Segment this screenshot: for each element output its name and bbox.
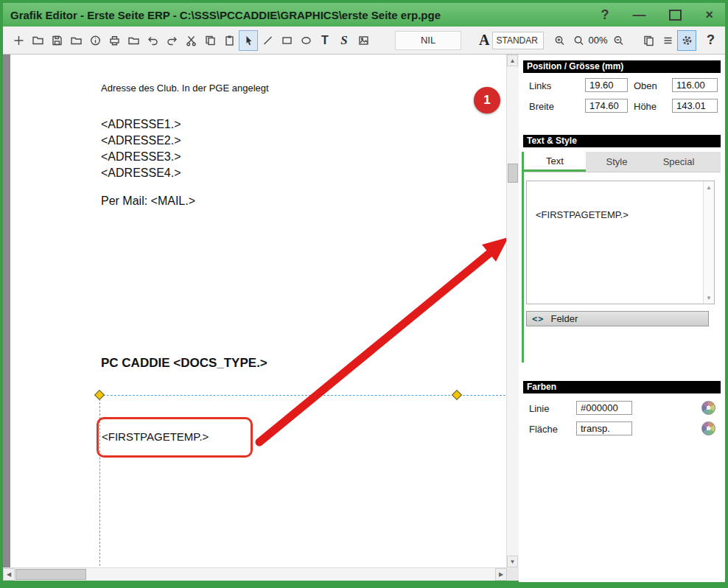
doc-address-line[interactable]: <ADRESSE4.> [101, 165, 181, 181]
tab-style[interactable]: Style [586, 152, 648, 172]
doc-address-line[interactable]: <ADRESSE2.> [101, 133, 181, 149]
save-icon[interactable] [47, 30, 66, 51]
help-icon[interactable]: ? [707, 32, 715, 48]
text-tool-icon[interactable]: T [315, 30, 335, 51]
doc-address-block[interactable]: <ADRESSE1.> <ADRESSE2.> <ADRESSE3.> <ADR… [101, 116, 181, 181]
doc-note-text[interactable]: Adresse des Club. In der PGE angelegt [101, 83, 269, 94]
toolbar: T S NIL A STANDAR 00% ? [3, 27, 725, 55]
field-textarea[interactable]: <FIRSTPAGETEMP.> ▲ ▼ [526, 181, 715, 304]
zoom-out-icon[interactable] [609, 30, 628, 51]
flaeche-label: Fläche [529, 424, 558, 435]
oben-label: Oben [634, 80, 657, 91]
canvas-vscrollbar[interactable]: ▲ ▼ [506, 55, 519, 567]
doc-address-line[interactable]: <ADRESSE1.> [101, 116, 181, 133]
select-tool-icon[interactable] [239, 30, 258, 51]
window-title: Grafik Editor - Erste Seite ERP - C:\SSS… [3, 9, 441, 21]
position-header: Position / Grösse (mm) [523, 60, 721, 73]
settings-gear-icon[interactable] [677, 30, 696, 51]
document-canvas[interactable]: Adresse des Club. In der PGE angelegt <A… [3, 55, 519, 567]
scroll-down-icon[interactable]: ▼ [507, 556, 518, 567]
linie-label: Linie [529, 403, 549, 414]
undo-icon[interactable] [143, 30, 162, 51]
links-label: Links [529, 80, 551, 91]
flaeche-color-picker-icon[interactable] [701, 421, 715, 435]
hoehe-label: Höhe [634, 101, 657, 112]
menu-icon[interactable] [658, 30, 677, 51]
breite-input[interactable]: 174.60 [585, 99, 628, 113]
folder-icon-2[interactable] [124, 30, 143, 51]
textarea-scrollbar[interactable]: ▲ ▼ [703, 181, 714, 304]
grafik-editor-window: Grafik Editor - Erste Seite ERP - C:\SSS… [0, 0, 728, 588]
window-controls: ? — × [601, 8, 725, 21]
redo-icon[interactable] [162, 30, 181, 51]
pages-icon[interactable] [639, 30, 658, 51]
image-tool-icon[interactable] [354, 30, 373, 51]
canvas-hscrollbar[interactable]: ◀ ▶ [3, 567, 519, 581]
copy-icon[interactable] [200, 30, 220, 51]
tab-text[interactable]: Text [524, 152, 586, 172]
close-button[interactable]: × [705, 8, 713, 21]
fields-brackets-icon: <> [532, 314, 544, 324]
text-style-header: Text & Style [523, 135, 721, 147]
felder-button[interactable]: <> Felder [526, 311, 709, 326]
oben-input[interactable]: 116.00 [672, 78, 718, 92]
doc-heading[interactable]: PC CADDIE <DOCS_TYPE.> [101, 356, 267, 371]
info-icon[interactable] [85, 30, 105, 51]
linie-color-input[interactable]: #000000 [576, 401, 632, 415]
font-select[interactable]: STANDAR [492, 32, 544, 49]
font-icon: A [479, 32, 489, 49]
zoom-level-icon[interactable] [569, 30, 588, 51]
field-textarea-content[interactable]: <FIRSTPAGETEMP.> [527, 181, 702, 304]
text-style-tabs: Text Style Special [524, 152, 721, 172]
hoehe-input[interactable]: 143.01 [672, 99, 718, 113]
flaeche-color-input[interactable]: transp. [576, 421, 632, 435]
scrollbar-corner [507, 567, 519, 581]
doc-address-line[interactable]: <ADRESSE3.> [101, 149, 181, 165]
new-icon[interactable] [9, 30, 28, 51]
scroll-right-icon[interactable]: ▶ [495, 568, 507, 581]
zoom-level-value: 00% [588, 35, 607, 46]
linie-color-picker-icon[interactable] [701, 401, 715, 415]
hscroll-thumb[interactable] [15, 569, 86, 580]
rect-tool-icon[interactable] [277, 30, 296, 51]
scroll-up-icon[interactable]: ▲ [704, 182, 714, 192]
scroll-left-icon[interactable]: ◀ [3, 568, 15, 581]
paste-icon[interactable] [220, 30, 239, 51]
tab-special[interactable]: Special [648, 152, 710, 172]
maximize-button[interactable] [669, 10, 682, 21]
felder-button-label: Felder [550, 313, 578, 324]
doc-mail-line[interactable]: Per Mail: <MAIL.> [101, 195, 195, 208]
accent-line [522, 152, 524, 363]
help-title-button[interactable]: ? [601, 8, 609, 21]
properties-panel: Position / Grösse (mm) Links 19.60 Oben … [519, 55, 725, 582]
selection-border-top [99, 395, 505, 396]
title-bar: Grafik Editor - Erste Seite ERP - C:\SSS… [3, 3, 725, 27]
nil-dropdown[interactable]: NIL [395, 31, 461, 50]
annotation-highlight-box [97, 417, 253, 458]
selection-handle[interactable] [94, 390, 105, 400]
minimize-button[interactable]: — [632, 8, 645, 21]
selection-handle[interactable] [452, 390, 462, 400]
ellipse-tool-icon[interactable] [296, 30, 315, 51]
scroll-down-icon[interactable]: ▼ [704, 293, 714, 303]
zoom-in-icon[interactable] [550, 30, 569, 51]
vscroll-thumb[interactable] [508, 164, 518, 183]
style-tool-icon[interactable]: S [335, 30, 354, 51]
open-folder-icon[interactable] [28, 30, 47, 51]
folder-icon[interactable] [66, 30, 85, 51]
cut-icon[interactable] [181, 30, 200, 51]
line-tool-icon[interactable] [258, 30, 277, 51]
print-icon[interactable] [105, 30, 124, 51]
farben-header: Farben [523, 381, 721, 393]
links-input[interactable]: 19.60 [585, 78, 628, 92]
annotation-arrow [3, 55, 519, 567]
annotation-step-badge: 1 [474, 87, 500, 113]
canvas-margin-strip [3, 55, 10, 567]
scroll-up-icon[interactable]: ▲ [507, 55, 518, 66]
breite-label: Breite [529, 101, 554, 112]
